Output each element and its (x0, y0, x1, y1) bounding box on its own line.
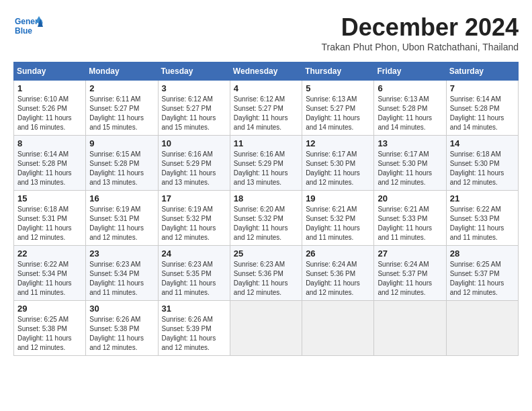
calendar-cell (230, 301, 302, 356)
calendar-cell: 3Sunrise: 6:12 AMSunset: 5:27 PMDaylight… (158, 81, 230, 136)
logo: General Blue (13, 13, 46, 38)
calendar-cell: 22Sunrise: 6:22 AMSunset: 5:34 PMDayligh… (14, 246, 86, 301)
day-number: 31 (162, 304, 226, 314)
day-info: Sunrise: 6:21 AMSunset: 5:33 PMDaylight:… (378, 205, 442, 242)
calendar-cell: 1Sunrise: 6:10 AMSunset: 5:26 PMDaylight… (14, 81, 86, 136)
day-number: 21 (450, 193, 515, 203)
day-number: 4 (234, 83, 298, 93)
calendar-table: SundayMondayTuesdayWednesdayThursdayFrid… (13, 62, 519, 356)
calendar-cell: 13Sunrise: 6:17 AMSunset: 5:30 PMDayligh… (374, 136, 446, 191)
day-info: Sunrise: 6:16 AMSunset: 5:29 PMDaylight:… (234, 150, 298, 187)
day-number: 14 (450, 138, 515, 148)
day-info: Sunrise: 6:11 AMSunset: 5:27 PMDaylight:… (89, 95, 154, 132)
day-info: Sunrise: 6:14 AMSunset: 5:28 PMDaylight:… (17, 150, 82, 187)
calendar-cell: 7Sunrise: 6:14 AMSunset: 5:28 PMDaylight… (446, 81, 518, 136)
day-info: Sunrise: 6:17 AMSunset: 5:30 PMDaylight:… (306, 150, 370, 187)
day-header-monday: Monday (86, 62, 158, 81)
calendar-cell: 5Sunrise: 6:13 AMSunset: 5:27 PMDaylight… (302, 81, 374, 136)
day-number: 28 (450, 248, 515, 259)
calendar-cell: 20Sunrise: 6:21 AMSunset: 5:33 PMDayligh… (374, 191, 446, 246)
day-number: 25 (234, 248, 298, 259)
day-number: 26 (306, 248, 370, 259)
day-number: 10 (162, 138, 226, 148)
day-info: Sunrise: 6:24 AMSunset: 5:36 PMDaylight:… (306, 260, 370, 298)
calendar-cell: 28Sunrise: 6:25 AMSunset: 5:37 PMDayligh… (446, 246, 518, 301)
calendar-cell: 15Sunrise: 6:18 AMSunset: 5:31 PMDayligh… (14, 191, 86, 246)
day-info: Sunrise: 6:13 AMSunset: 5:28 PMDaylight:… (378, 95, 442, 132)
calendar-cell: 31Sunrise: 6:26 AMSunset: 5:39 PMDayligh… (158, 301, 230, 356)
day-info: Sunrise: 6:20 AMSunset: 5:32 PMDaylight:… (234, 205, 298, 242)
calendar-cell: 16Sunrise: 6:19 AMSunset: 5:31 PMDayligh… (86, 191, 158, 246)
day-number: 8 (17, 138, 82, 148)
day-number: 12 (306, 138, 370, 148)
day-header-saturday: Saturday (446, 62, 518, 81)
calendar-cell: 18Sunrise: 6:20 AMSunset: 5:32 PMDayligh… (230, 191, 302, 246)
calendar-cell: 11Sunrise: 6:16 AMSunset: 5:29 PMDayligh… (230, 136, 302, 191)
day-number: 23 (89, 248, 154, 259)
day-number: 11 (234, 138, 298, 148)
calendar-cell: 27Sunrise: 6:24 AMSunset: 5:37 PMDayligh… (374, 246, 446, 301)
subtitle: Trakan Phut Phon, Ubon Ratchathani, Thai… (322, 42, 519, 52)
calendar-cell: 9Sunrise: 6:15 AMSunset: 5:28 PMDaylight… (86, 136, 158, 191)
day-number: 18 (234, 193, 298, 203)
day-number: 24 (162, 248, 226, 259)
day-number: 13 (378, 138, 442, 148)
calendar-cell (374, 301, 446, 356)
calendar-cell (302, 301, 374, 356)
day-info: Sunrise: 6:25 AMSunset: 5:37 PMDaylight:… (450, 260, 515, 298)
logo-icon: General Blue (13, 13, 43, 38)
day-number: 29 (17, 304, 82, 314)
day-number: 9 (89, 138, 154, 148)
calendar-cell: 2Sunrise: 6:11 AMSunset: 5:27 PMDaylight… (86, 81, 158, 136)
day-number: 19 (306, 193, 370, 203)
day-info: Sunrise: 6:21 AMSunset: 5:32 PMDaylight:… (306, 205, 370, 242)
day-header-sunday: Sunday (14, 62, 86, 81)
day-info: Sunrise: 6:23 AMSunset: 5:35 PMDaylight:… (162, 260, 226, 298)
day-info: Sunrise: 6:18 AMSunset: 5:30 PMDaylight:… (450, 150, 515, 187)
day-number: 30 (89, 304, 154, 314)
day-header-tuesday: Tuesday (158, 62, 230, 81)
calendar-cell: 10Sunrise: 6:16 AMSunset: 5:29 PMDayligh… (158, 136, 230, 191)
day-number: 20 (378, 193, 442, 203)
day-number: 27 (378, 248, 442, 259)
day-info: Sunrise: 6:23 AMSunset: 5:36 PMDaylight:… (234, 260, 298, 298)
calendar-cell: 25Sunrise: 6:23 AMSunset: 5:36 PMDayligh… (230, 246, 302, 301)
day-info: Sunrise: 6:14 AMSunset: 5:28 PMDaylight:… (450, 95, 515, 132)
calendar-cell: 29Sunrise: 6:25 AMSunset: 5:38 PMDayligh… (14, 301, 86, 356)
calendar-week-1: 1Sunrise: 6:10 AMSunset: 5:26 PMDaylight… (14, 81, 519, 136)
day-number: 5 (306, 83, 370, 93)
day-info: Sunrise: 6:10 AMSunset: 5:26 PMDaylight:… (17, 95, 82, 132)
day-number: 17 (162, 193, 226, 203)
day-info: Sunrise: 6:15 AMSunset: 5:28 PMDaylight:… (89, 150, 154, 187)
calendar-week-3: 15Sunrise: 6:18 AMSunset: 5:31 PMDayligh… (14, 191, 519, 246)
day-number: 3 (162, 83, 226, 93)
calendar-cell: 8Sunrise: 6:14 AMSunset: 5:28 PMDaylight… (14, 136, 86, 191)
calendar-cell: 14Sunrise: 6:18 AMSunset: 5:30 PMDayligh… (446, 136, 518, 191)
day-info: Sunrise: 6:19 AMSunset: 5:32 PMDaylight:… (162, 205, 226, 242)
calendar-cell: 24Sunrise: 6:23 AMSunset: 5:35 PMDayligh… (158, 246, 230, 301)
calendar-cell (446, 301, 518, 356)
day-header-wednesday: Wednesday (230, 62, 302, 81)
day-info: Sunrise: 6:23 AMSunset: 5:34 PMDaylight:… (89, 260, 154, 298)
calendar-week-4: 22Sunrise: 6:22 AMSunset: 5:34 PMDayligh… (14, 246, 519, 301)
day-info: Sunrise: 6:25 AMSunset: 5:38 PMDaylight:… (17, 315, 82, 353)
day-number: 15 (17, 193, 82, 203)
calendar-cell: 19Sunrise: 6:21 AMSunset: 5:32 PMDayligh… (302, 191, 374, 246)
calendar-cell: 21Sunrise: 6:22 AMSunset: 5:33 PMDayligh… (446, 191, 518, 246)
calendar-cell: 26Sunrise: 6:24 AMSunset: 5:36 PMDayligh… (302, 246, 374, 301)
day-number: 22 (17, 248, 82, 259)
calendar-week-2: 8Sunrise: 6:14 AMSunset: 5:28 PMDaylight… (14, 136, 519, 191)
day-info: Sunrise: 6:19 AMSunset: 5:31 PMDaylight:… (89, 205, 154, 242)
day-info: Sunrise: 6:24 AMSunset: 5:37 PMDaylight:… (378, 260, 442, 298)
day-number: 16 (89, 193, 154, 203)
day-info: Sunrise: 6:16 AMSunset: 5:29 PMDaylight:… (162, 150, 226, 187)
day-number: 2 (89, 83, 154, 93)
day-number: 1 (17, 83, 82, 93)
day-info: Sunrise: 6:22 AMSunset: 5:34 PMDaylight:… (17, 260, 82, 298)
calendar-cell: 30Sunrise: 6:26 AMSunset: 5:38 PMDayligh… (86, 301, 158, 356)
day-info: Sunrise: 6:12 AMSunset: 5:27 PMDaylight:… (162, 95, 226, 132)
day-info: Sunrise: 6:13 AMSunset: 5:27 PMDaylight:… (306, 95, 370, 132)
calendar-week-5: 29Sunrise: 6:25 AMSunset: 5:38 PMDayligh… (14, 301, 519, 356)
day-info: Sunrise: 6:18 AMSunset: 5:31 PMDaylight:… (17, 205, 82, 242)
svg-text:Blue: Blue (15, 26, 32, 36)
